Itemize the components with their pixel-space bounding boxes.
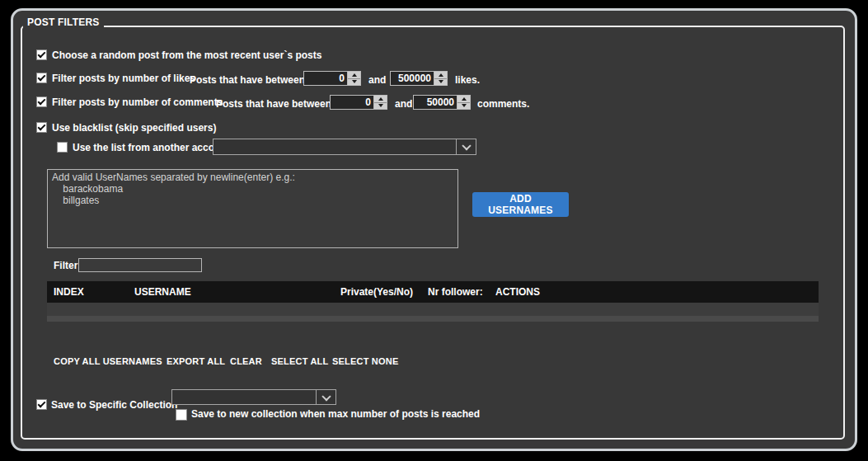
table-header-actions: ACTIONS	[495, 281, 540, 303]
comments-min-input[interactable]: 0	[330, 95, 387, 110]
other-account-checkbox[interactable]	[57, 142, 68, 153]
table-header-followers: Nr follower:	[428, 281, 483, 303]
table-header-private: Private(Yes/No)	[340, 281, 413, 303]
spin-down-icon[interactable]	[434, 78, 447, 86]
random-post-label: Choose a random post from the most recen…	[52, 49, 321, 62]
likes-min-input[interactable]: 0	[303, 71, 361, 86]
save-collection-checkbox[interactable]	[36, 399, 47, 410]
filter-comments-label: Filter posts by number of comments	[52, 96, 223, 109]
random-post-checkbox[interactable]	[36, 49, 47, 60]
comments-min-value[interactable]: 0	[331, 96, 373, 109]
chevron-down-icon[interactable]	[316, 390, 335, 404]
copy-all-usernames-button[interactable]: COPY ALL USERNAMES	[54, 356, 162, 366]
collection-dropdown[interactable]	[171, 389, 336, 405]
spin-down-icon[interactable]	[374, 102, 387, 110]
comments-suffix-label: comments.	[477, 98, 529, 111]
likes-and-label: and	[368, 74, 386, 87]
filter-label: Filter:	[54, 260, 81, 272]
filter-input[interactable]	[78, 258, 202, 272]
select-none-button[interactable]: SELECT NONE	[332, 356, 398, 366]
blacklist-label: Use blacklist (skip specified users)	[52, 122, 216, 134]
comments-and-label: and	[395, 98, 412, 111]
table-footer-strip	[47, 316, 819, 322]
other-account-label: Use the list from another account	[73, 142, 230, 154]
usernames-textarea[interactable]	[47, 169, 458, 248]
filter-likes-label: Filter posts by number of likes	[52, 73, 195, 85]
spin-up-icon[interactable]	[348, 72, 360, 78]
table-header-index: INDEX	[54, 281, 84, 303]
spin-down-icon[interactable]	[348, 78, 360, 86]
likes-min-spinner	[347, 72, 360, 85]
new-collection-checkbox[interactable]	[176, 409, 187, 421]
table-header: INDEX USERNAME Private(Yes/No) Nr follow…	[47, 281, 819, 303]
spin-up-icon[interactable]	[434, 72, 447, 78]
likes-min-value[interactable]: 0	[304, 72, 347, 85]
groupbox-title: POST FILTERS	[23, 16, 104, 29]
select-all-button[interactable]: SELECT ALL	[271, 356, 328, 366]
other-account-dropdown[interactable]	[213, 139, 476, 155]
comments-min-spinner	[373, 96, 387, 109]
filter-likes-checkbox[interactable]	[36, 73, 47, 83]
save-collection-label: Save to Specific Collection	[51, 399, 177, 412]
likes-max-spinner	[434, 72, 447, 85]
chevron-down-icon[interactable]	[456, 139, 476, 154]
spin-up-icon[interactable]	[374, 96, 387, 102]
table-empty-row	[47, 303, 819, 316]
likes-between-label: Posts that have between	[190, 74, 305, 87]
spin-down-icon[interactable]	[457, 102, 470, 110]
filter-comments-checkbox[interactable]	[36, 96, 47, 107]
add-usernames-button[interactable]: ADD USERNAMES	[472, 192, 569, 217]
likes-suffix-label: likes.	[455, 74, 480, 87]
table-header-username: USERNAME	[134, 281, 191, 303]
new-collection-label: Save to new collection when max number o…	[191, 408, 480, 421]
export-all-button[interactable]: EXPORT ALL	[167, 356, 225, 366]
likes-max-value[interactable]: 500000	[391, 72, 434, 85]
comments-max-value[interactable]: 50000	[414, 96, 457, 109]
spin-up-icon[interactable]	[457, 96, 470, 102]
clear-button[interactable]: CLEAR	[230, 356, 262, 366]
comments-max-input[interactable]: 50000	[413, 95, 471, 110]
comments-between-label: Posts that have between	[216, 98, 331, 111]
likes-max-input[interactable]: 500000	[390, 71, 448, 86]
comments-max-spinner	[457, 96, 470, 109]
blacklist-checkbox[interactable]	[36, 122, 47, 133]
